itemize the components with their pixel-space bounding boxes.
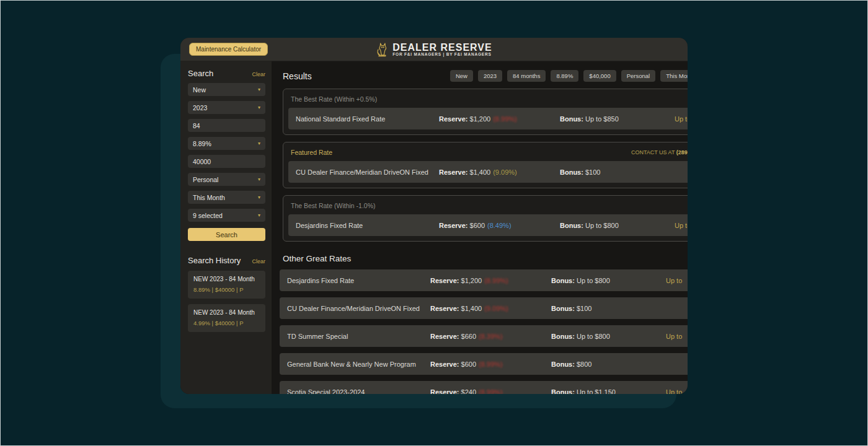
best-rate-minus-card: The Best Rate (Within -1.0%) Desjardins … bbox=[283, 195, 688, 242]
content-area: Search Clear New▾ 2023▾ 84 8.89%▾ 40000 … bbox=[180, 61, 688, 394]
screen-background: Maintenance Calculator DEALER RESERVE FO… bbox=[0, 0, 868, 446]
bonus-label: Bonus: bbox=[560, 222, 583, 229]
lenders-value: 9 selected bbox=[193, 212, 223, 219]
results-content: Results New 2023 84 months 8.89% $40,000… bbox=[283, 70, 688, 394]
reserve-value: $600 bbox=[470, 222, 485, 229]
card-title: The Best Rate (Within +0.5%) bbox=[291, 95, 377, 103]
search-history-title: Search History bbox=[188, 256, 241, 265]
lender-name: CU Dealer Finance/Meridian DriveON Fixed bbox=[287, 305, 430, 312]
card-header: The Best Rate (Within +0.5%) bbox=[288, 94, 688, 108]
rate-value: 8.89% bbox=[193, 140, 211, 147]
best-rate-plus-card: The Best Rate (Within +0.5%) National St… bbox=[283, 89, 688, 135]
other-rate-row[interactable]: General Bank New & Nearly New Program Re… bbox=[280, 353, 688, 375]
rate-value: (9.09%) bbox=[484, 305, 508, 312]
results-header: Results New 2023 84 months 8.89% $40,000… bbox=[283, 70, 688, 82]
year-select[interactable]: 2023▾ bbox=[188, 101, 265, 114]
year-value: 2023 bbox=[193, 104, 207, 112]
chevron-down-icon: ▾ bbox=[258, 177, 260, 182]
maintenance-calculator-button[interactable]: Maintenance Calculator bbox=[189, 43, 268, 56]
card-title: Featured Rate bbox=[291, 149, 332, 156]
bonus-cell: Bonus: Up to $850 bbox=[560, 115, 675, 123]
bonus-cell: Bonus: Up to $800 bbox=[551, 333, 666, 340]
bonus-label: Bonus: bbox=[551, 388, 575, 395]
contact-prefix: CONTACT US AT bbox=[631, 149, 676, 155]
bonus-value: $100 bbox=[585, 168, 600, 176]
extra-cell: Up to bbox=[666, 333, 688, 340]
extra-cell: Up to bbox=[666, 277, 688, 284]
period-select[interactable]: This Month▾ bbox=[188, 191, 265, 204]
rate-row[interactable]: Desjardins Fixed Rate Reserve: $600(8.49… bbox=[288, 214, 688, 236]
chevron-down-icon: ▾ bbox=[258, 195, 260, 200]
amount-input[interactable]: 40000 bbox=[188, 155, 265, 168]
usage-value: Personal bbox=[193, 176, 218, 183]
reserve-cell: Reserve: $240(8.99%) bbox=[430, 388, 551, 395]
rate-value: (9.09%) bbox=[493, 168, 517, 176]
reserve-label: Reserve: bbox=[439, 222, 467, 229]
other-rate-row[interactable]: Scotia Special 2023-2024 Reserve: $240(8… bbox=[280, 381, 688, 394]
history-clear-link[interactable]: Clear bbox=[252, 258, 265, 265]
reserve-label: Reserve: bbox=[439, 115, 467, 123]
rate-select[interactable]: 8.89%▾ bbox=[188, 137, 265, 150]
bonus-label: Bonus: bbox=[551, 277, 575, 284]
reserve-label: Reserve: bbox=[439, 168, 467, 176]
fox-mascot-icon bbox=[376, 42, 389, 58]
chip-usage: Personal bbox=[621, 70, 656, 82]
chip-year: 2023 bbox=[478, 70, 502, 82]
term-value: 84 bbox=[193, 122, 200, 129]
reserve-cell: Reserve: $600(8.99%) bbox=[430, 361, 551, 368]
reserve-cell: Reserve: $1,400(9.09%) bbox=[430, 305, 551, 312]
usage-select[interactable]: Personal▾ bbox=[188, 173, 265, 186]
search-button[interactable]: Search bbox=[188, 228, 265, 241]
results-panel: Results New 2023 84 months 8.89% $40,000… bbox=[272, 61, 688, 394]
rate-row[interactable]: CU Dealer Finance/Meridian DriveON Fixed… bbox=[288, 161, 688, 183]
other-rate-row[interactable]: TD Summer Special Reserve: $660(8.39%) B… bbox=[280, 325, 688, 347]
bonus-value: Up to $1,150 bbox=[577, 388, 616, 395]
filter-chips: New 2023 84 months 8.89% $40,000 Persona… bbox=[450, 70, 688, 82]
search-clear-link[interactable]: Clear bbox=[252, 71, 265, 77]
lender-name: National Standard Fixed Rate bbox=[296, 115, 439, 123]
chevron-down-icon: ▾ bbox=[258, 212, 260, 218]
bonus-label: Bonus: bbox=[560, 168, 583, 176]
extra-cell: Up to bbox=[666, 388, 688, 395]
amount-value: 40000 bbox=[193, 158, 211, 165]
lenders-select[interactable]: 9 selected▾ bbox=[188, 209, 265, 222]
reserve-value: $240 bbox=[461, 388, 476, 395]
card-header: Featured Rate CONTACT US AT (289) 407-14… bbox=[288, 147, 688, 161]
bonus-cell: Bonus: Up to $1,150 bbox=[551, 388, 666, 395]
history-item[interactable]: NEW 2023 - 84 Month 4.99% | $40000 | P bbox=[188, 304, 265, 332]
reserve-value: $600 bbox=[461, 361, 476, 368]
other-rate-row[interactable]: Desjardins Fixed Rate Reserve: $1,200(8.… bbox=[280, 269, 688, 291]
chip-term: 84 months bbox=[507, 70, 546, 82]
term-input[interactable]: 84 bbox=[188, 119, 265, 132]
reserve-label: Reserve: bbox=[430, 305, 459, 312]
other-rate-row[interactable]: CU Dealer Finance/Meridian DriveON Fixed… bbox=[280, 297, 688, 319]
reserve-cell: Reserve: $660(8.39%) bbox=[430, 333, 551, 340]
reserve-label: Reserve: bbox=[430, 277, 459, 284]
condition-select[interactable]: New▾ bbox=[188, 83, 265, 96]
featured-rate-card: Featured Rate CONTACT US AT (289) 407-14… bbox=[283, 142, 688, 188]
rate-value: (8.99%) bbox=[479, 388, 503, 395]
chevron-down-icon: ▾ bbox=[258, 105, 260, 110]
contact-phone: (289) 407-1475 bbox=[676, 149, 688, 155]
history-item-detail: 4.99% | $40000 | P bbox=[193, 320, 260, 326]
bonus-value: Up to $800 bbox=[577, 277, 610, 284]
reserve-cell: Reserve: $1,200(8.99%) bbox=[430, 277, 551, 284]
search-title: Search bbox=[188, 69, 213, 78]
reserve-value: $1,400 bbox=[470, 168, 491, 176]
reserve-value: $660 bbox=[461, 333, 476, 340]
history-item-detail: 8.89% | $40000 | P bbox=[193, 286, 260, 293]
rate-row[interactable]: National Standard Fixed Rate Reserve: $1… bbox=[288, 108, 688, 129]
lender-name: Desjardins Fixed Rate bbox=[296, 222, 439, 229]
lender-name: Desjardins Fixed Rate bbox=[287, 277, 430, 284]
logo-title: DEALER RESERVE bbox=[392, 43, 492, 52]
reserve-value: $1,200 bbox=[470, 115, 491, 123]
bonus-cell: Bonus: Up to $800 bbox=[560, 222, 675, 229]
history-item[interactable]: NEW 2023 - 84 Month 8.89% | $40000 | P bbox=[188, 271, 265, 299]
rate-value: (8.99%) bbox=[484, 277, 508, 284]
logo-subtitle: FOR F&I MANAGERS | BY F&I MANAGERS bbox=[392, 52, 492, 56]
chevron-down-icon: ▾ bbox=[258, 87, 260, 92]
reserve-label: Reserve: bbox=[430, 333, 459, 340]
bonus-value: $800 bbox=[577, 361, 591, 368]
app-window: Maintenance Calculator DEALER RESERVE FO… bbox=[180, 38, 688, 394]
extra-cell: Up to bbox=[675, 115, 688, 123]
